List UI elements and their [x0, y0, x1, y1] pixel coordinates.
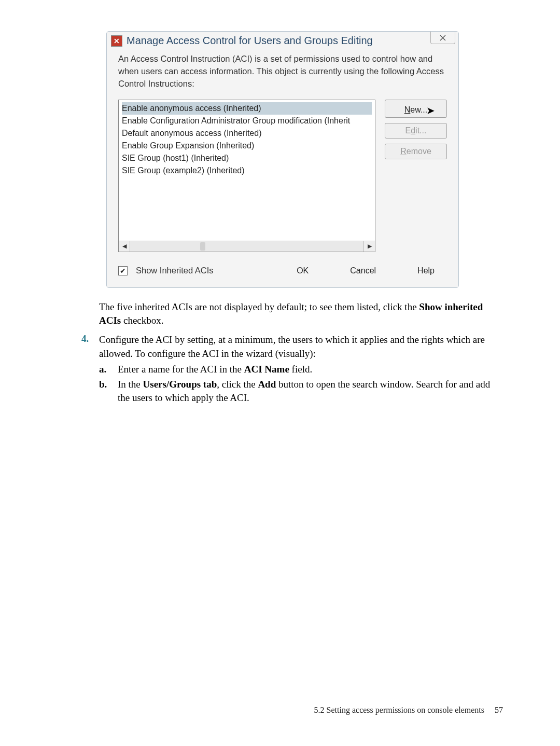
titlebar: Manage Access Control for Users and Grou… — [107, 32, 458, 49]
app-icon — [111, 35, 122, 47]
list-item[interactable]: Enable Group Expansion (Inherited) — [122, 140, 372, 152]
substep-a: a. Enter a name for the ACI in the ACI N… — [99, 363, 503, 377]
substep-letter: a. — [99, 363, 118, 377]
new-button[interactable]: New...➤ — [385, 100, 447, 118]
substep-b: b. In the Users/Groups tab, click the Ad… — [99, 378, 503, 405]
list-item[interactable]: SIE Group (host1) (Inherited) — [122, 152, 372, 164]
substep-text: In the Users/Groups tab, click the Add b… — [118, 378, 503, 405]
body-paragraph: The five inherited ACIs are not displaye… — [99, 300, 503, 328]
scroll-left-button[interactable]: ◀ — [119, 241, 130, 252]
scroll-track[interactable] — [130, 241, 363, 252]
ok-button[interactable]: OK — [284, 264, 321, 278]
cancel-button[interactable]: Cancel — [338, 264, 388, 278]
remove-button[interactable]: Remove — [385, 144, 447, 159]
step-text: Configure the ACI by setting, at a minim… — [99, 333, 503, 361]
list-item[interactable]: Enable Configuration Administrator Group… — [122, 115, 372, 127]
text: checkbox. — [121, 315, 163, 326]
substep-text: Enter a name for the ACI in the ACI Name… — [118, 363, 312, 377]
dialog-title: Manage Access Control for Users and Grou… — [127, 35, 373, 47]
cursor-icon: ➤ — [426, 105, 435, 116]
close-icon — [439, 34, 446, 42]
help-button[interactable]: Help — [405, 264, 447, 278]
list-item[interactable]: Enable anonymous access (Inherited) — [122, 102, 372, 115]
footer-page-number: 57 — [495, 706, 503, 714]
dialog-description: An Access Control Instruction (ACI) is a… — [118, 53, 447, 90]
aci-listbox[interactable]: Enable anonymous access (Inherited) Enab… — [118, 100, 375, 252]
close-button[interactable] — [430, 32, 455, 44]
step-4: 4. Configure the ACI by setting, at a mi… — [81, 333, 503, 405]
horizontal-scrollbar[interactable]: ◀ ▶ — [119, 241, 375, 252]
substep-letter: b. — [99, 378, 118, 405]
text: The five inherited ACIs are not displaye… — [99, 301, 419, 312]
scroll-right-button[interactable]: ▶ — [363, 241, 375, 252]
step-number: 4. — [81, 333, 99, 405]
page-footer: 5.2 Setting access permissions on consol… — [314, 706, 503, 715]
list-item[interactable]: SIE Group (example2) (Inherited) — [122, 164, 372, 177]
access-control-dialog: Manage Access Control for Users and Grou… — [106, 31, 459, 288]
edit-button[interactable]: Edit... — [385, 123, 447, 139]
list-item[interactable]: Default anonymous access (Inherited) — [122, 127, 372, 140]
show-inherited-checkbox[interactable]: ✔ — [118, 266, 128, 275]
scroll-thumb[interactable] — [200, 242, 205, 251]
checkbox-label: Show Inherited ACIs — [136, 266, 214, 275]
footer-section: 5.2 Setting access permissions on consol… — [314, 706, 484, 714]
